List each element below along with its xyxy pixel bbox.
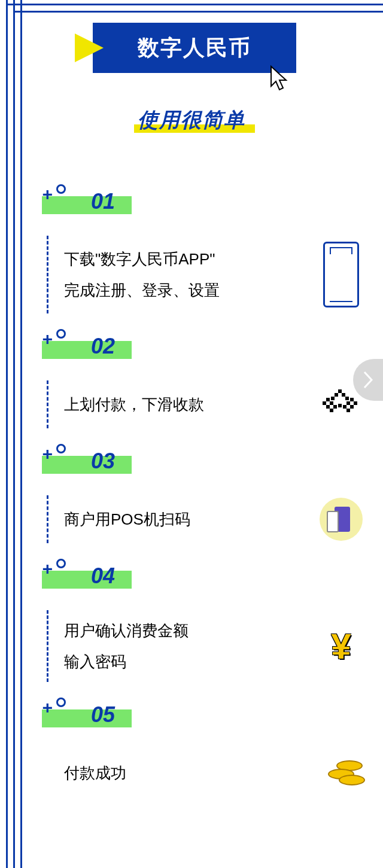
step-number: 01 xyxy=(91,189,115,214)
svg-rect-2 xyxy=(342,393,345,397)
pixel-arrows-icon xyxy=(317,389,365,419)
svg-rect-1 xyxy=(335,393,338,397)
svg-rect-9 xyxy=(346,401,350,405)
coins-icon xyxy=(317,758,365,788)
step-text: 上划付款，下滑收款 xyxy=(64,389,317,420)
header-banner: 数字人民币 xyxy=(93,23,296,73)
steps-list: + 01 下载"数字人民币APP" 完成注册、登录、设置 + 02 上划付款，下… xyxy=(42,185,365,814)
page-title: 数字人民币 xyxy=(138,33,251,63)
step-marker: + 03 xyxy=(42,445,365,479)
step-marker: + 01 xyxy=(42,185,365,219)
step-body: 商户用POS机扫码 xyxy=(47,495,365,543)
cursor-icon xyxy=(268,65,292,92)
pos-machine-icon xyxy=(317,498,365,541)
svg-rect-13 xyxy=(343,405,346,409)
step-number: 04 xyxy=(91,564,115,589)
svg-rect-0 xyxy=(338,389,342,393)
yen-icon: ¥ xyxy=(317,626,365,667)
svg-rect-3 xyxy=(331,397,335,400)
step-body: 付款成功 xyxy=(47,749,365,797)
step-text: 下载"数字人民币APP" 完成注册、登录、设置 xyxy=(64,243,317,306)
svg-rect-11 xyxy=(326,405,330,409)
step-body: 上划付款，下滑收款 xyxy=(47,380,365,428)
step-text: 用户确认消费金额 输入密码 xyxy=(64,615,317,677)
step-body: 用户确认消费金额 输入密码 ¥ xyxy=(47,610,365,682)
svg-rect-15 xyxy=(330,409,333,412)
step-marker: + 02 xyxy=(42,330,365,364)
step-number: 05 xyxy=(91,702,115,727)
step-marker: + 04 xyxy=(42,560,365,593)
svg-rect-7 xyxy=(323,401,326,405)
svg-rect-6 xyxy=(350,398,354,401)
phone-icon xyxy=(317,242,365,307)
step-number: 03 xyxy=(91,449,115,474)
svg-rect-4 xyxy=(345,397,349,400)
svg-rect-8 xyxy=(330,401,333,405)
svg-rect-17 xyxy=(338,404,342,407)
step-text: 商户用POS机扫码 xyxy=(64,504,317,535)
svg-rect-10 xyxy=(354,401,357,405)
svg-rect-12 xyxy=(333,405,337,409)
step-text: 付款成功 xyxy=(64,757,317,788)
subtitle: 使用很简单 xyxy=(134,106,249,134)
step-marker: + 05 xyxy=(42,699,365,732)
step-body: 下载"数字人民币APP" 完成注册、登录、设置 xyxy=(47,236,365,313)
svg-rect-16 xyxy=(346,409,350,412)
svg-rect-5 xyxy=(326,398,330,401)
step-number: 02 xyxy=(91,334,115,359)
svg-rect-14 xyxy=(350,405,354,409)
play-triangle-icon xyxy=(75,33,104,62)
